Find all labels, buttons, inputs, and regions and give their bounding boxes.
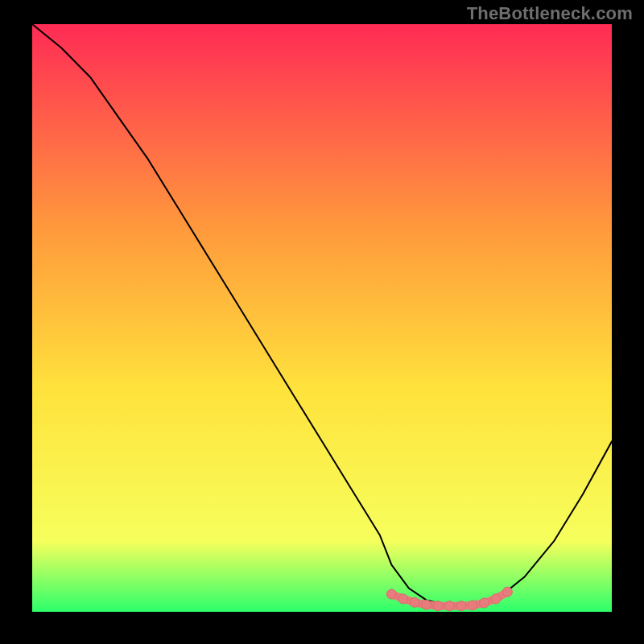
bottleneck-plot — [32, 24, 612, 612]
flat-region-marker — [444, 601, 454, 611]
flat-region-marker — [410, 597, 419, 607]
flat-region-marker — [502, 587, 512, 597]
gradient-background — [32, 24, 612, 612]
flat-region-marker — [422, 600, 431, 609]
flat-region-marker — [480, 598, 489, 608]
flat-region-marker — [398, 594, 408, 604]
flat-region-marker — [386, 589, 396, 599]
flat-region-marker — [468, 601, 477, 610]
flat-region-marker — [433, 601, 443, 611]
plot-area — [32, 24, 612, 612]
chart-frame: TheBottleneck.com — [0, 0, 644, 644]
flat-region-marker — [456, 601, 466, 611]
watermark-text: TheBottleneck.com — [467, 3, 633, 24]
flat-region-marker — [491, 594, 501, 604]
